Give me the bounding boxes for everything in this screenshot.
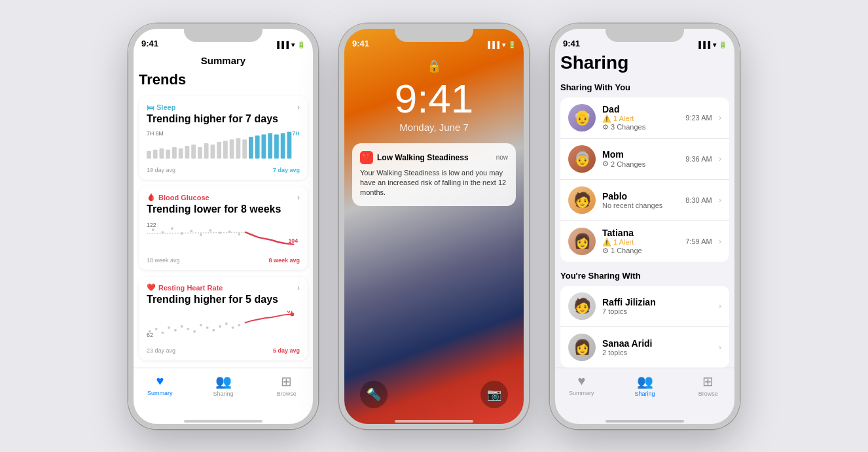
home-indicator-2 <box>339 413 529 429</box>
sharing-row-dad[interactable]: 👴 Dad ⚠️ 1 Alert ⚙ 3 Changes 9:23 AM › <box>560 97 729 139</box>
svg-rect-10 <box>211 145 215 158</box>
notification-card[interactable]: ❤️ Low Walking Steadiness now Your Walki… <box>352 143 516 206</box>
sleep-headline: Trending higher for 7 days <box>147 113 300 125</box>
svg-rect-0 <box>147 150 151 158</box>
sleep-chevron-icon: › <box>297 103 300 112</box>
tab-summary-3[interactable]: ♥ Summary <box>550 374 613 396</box>
sharing-name-mom: Mom <box>602 149 679 160</box>
svg-point-27 <box>161 231 164 234</box>
svg-rect-20 <box>274 134 279 158</box>
hr-left-sub: 23 day avg <box>147 347 175 354</box>
svg-rect-7 <box>191 145 196 158</box>
svg-point-39 <box>155 327 158 330</box>
svg-point-50 <box>225 322 228 325</box>
tab-summary-1[interactable]: ♥ Summary <box>128 374 192 396</box>
lock-time: 9:41 <box>395 78 474 119</box>
sharing-info-dad: Dad ⚠️ 1 Alert ⚙ 3 Changes <box>602 104 679 131</box>
youre-sharing-row-raffi[interactable]: 🧑 Raffi Jilizian 7 topics › <box>560 286 729 327</box>
svg-rect-19 <box>268 133 272 158</box>
camera-button[interactable]: 📷 <box>480 381 508 408</box>
phone-lockscreen: 9:41 ▐▐▐ ▾ 🔋 🔒 9:41 Monday, June 7 ❤️ Lo… <box>339 24 529 429</box>
svg-rect-5 <box>179 148 183 158</box>
sharing-row-mom[interactable]: 👵 Mom ⚙ 2 Changes 9:36 AM › <box>560 139 729 180</box>
home-indicator-1 <box>128 413 318 429</box>
sleep-chart-labels: 19 day avg 7 day avg <box>147 167 300 173</box>
tab-summary-label: Summary <box>147 390 173 396</box>
svg-rect-14 <box>236 138 241 158</box>
tab-sharing-1[interactable]: 👥 Sharing <box>192 374 255 397</box>
trend-card-heartrate[interactable]: ❤️ Resting Heart Rate › Trending higher … <box>139 277 308 360</box>
flashlight-button[interactable]: 🔦 <box>360 381 388 408</box>
trend-category-glucose: 🩸 Blood Glucose <box>147 193 209 201</box>
trend-card-glucose-header: 🩸 Blood Glucose › <box>147 193 300 202</box>
gear-icon-dad: ⚙ <box>602 123 609 131</box>
tab-sharing-icon-3: 👥 <box>637 374 653 389</box>
svg-point-44 <box>187 327 189 330</box>
svg-rect-15 <box>242 139 247 158</box>
hr-chart: 67 62 <box>147 311 300 345</box>
lockscreen-bottom: 🔦 📷 <box>339 373 529 413</box>
youre-sharing-info-raffi: Raffi Jilizian 7 topics <box>602 297 712 315</box>
avatar-sanaa: 👩 <box>568 334 596 361</box>
svg-point-31 <box>200 234 202 236</box>
phone-sharing: 9:41 ▐▐▐ ▾ 🔋 Sharing Sharing With You 👴 … <box>550 24 740 429</box>
notif-body: Your Walking Steadiness is low and you m… <box>360 168 508 198</box>
svg-point-30 <box>190 230 192 232</box>
sharing-changes-tatiana: ⚙ 1 Change <box>602 247 679 255</box>
alert-icon-tatiana: ⚠️ 1 Alert <box>602 238 634 247</box>
svg-rect-16 <box>249 137 253 158</box>
sharing-time-dad: 9:23 AM <box>685 114 712 122</box>
gear-icon-tatiana: ⚙ <box>602 247 609 255</box>
tab-browse-label: Browse <box>277 391 297 397</box>
sharing-row-tatiana[interactable]: 👩 Tatiana ⚠️ 1 Alert ⚙ 1 Change 7:59 AM … <box>560 221 729 262</box>
status-icons-1: ▐▐▐ ▾ 🔋 <box>275 41 305 48</box>
tab-summary-icon: ♥ <box>156 374 164 389</box>
svg-text:67: 67 <box>287 311 294 314</box>
notch <box>184 24 262 42</box>
youre-sharing-list: 🧑 Raffi Jilizian 7 topics › 👩 Sanaa Arid… <box>560 286 729 368</box>
glucose-left-sub: 18 week avg <box>147 257 180 264</box>
tab-browse-3[interactable]: ⊞ Browse <box>676 374 740 397</box>
notif-title: Low Walking Steadiness <box>377 153 492 162</box>
svg-point-26 <box>152 228 154 231</box>
tab-browse-label-3: Browse <box>698 391 718 397</box>
svg-text:62: 62 <box>147 331 153 338</box>
trend-card-glucose[interactable]: 🩸 Blood Glucose › Trending lower for 8 w… <box>139 186 308 270</box>
trend-category-hr: ❤️ Resting Heart Rate <box>147 283 223 292</box>
tab-browse-icon: ⊞ <box>281 374 292 389</box>
home-bar-3 <box>606 420 684 423</box>
tab-sharing-3[interactable]: 👥 Sharing <box>613 374 677 397</box>
svg-rect-13 <box>230 139 234 158</box>
flashlight-icon: 🔦 <box>367 387 381 402</box>
trend-card-hr-header: ❤️ Resting Heart Rate › <box>147 283 300 292</box>
gear-icon-mom: ⚙ <box>602 160 609 168</box>
camera-icon: 📷 <box>487 387 501 402</box>
sharing-sub-dad: ⚠️ 1 Alert <box>602 114 679 123</box>
svg-text:104: 104 <box>288 237 298 243</box>
sharing-name-dad: Dad <box>602 104 679 114</box>
phone-summary: 9:41 ▐▐▐ ▾ 🔋 Summary Trends 🛏 Sleep › Tr… <box>128 24 318 429</box>
notch-3 <box>606 24 684 42</box>
tab-summary-label-3: Summary <box>569 390 594 396</box>
chevron-icon-sanaa: › <box>719 342 721 352</box>
battery-icon-2: 🔋 <box>508 41 516 48</box>
sharing-time-pablo: 8:30 AM <box>685 196 712 204</box>
sharing-changes-dad: ⚙ 3 Changes <box>602 123 679 131</box>
trend-card-sleep[interactable]: 🛏 Sleep › Trending higher for 7 days <box>139 96 308 180</box>
hr-chart-svg: 67 62 <box>147 311 300 339</box>
sharing-row-pablo[interactable]: 🧑 Pablo No recent changes 8:30 AM › <box>560 180 729 221</box>
sharing-time-tatiana: 7:59 AM <box>685 237 712 245</box>
signal-icon-3: ▐▐▐ <box>696 41 710 48</box>
svg-rect-4 <box>172 147 177 158</box>
svg-rect-12 <box>223 141 228 158</box>
tab-sharing-label: Sharing <box>213 391 233 397</box>
status-icons-2: ▐▐▐ ▾ 🔋 <box>486 41 516 48</box>
hr-right-sub: 5 day avg <box>273 347 300 354</box>
svg-rect-22 <box>287 131 292 158</box>
tab-browse-1[interactable]: ⊞ Browse <box>255 374 318 397</box>
sharing-with-you-list: 👴 Dad ⚠️ 1 Alert ⚙ 3 Changes 9:23 AM › 👵 <box>560 97 729 262</box>
youre-sharing-row-sanaa[interactable]: 👩 Sanaa Aridi 2 topics › <box>560 327 729 368</box>
avatar-raffi: 🧑 <box>568 292 596 320</box>
svg-rect-21 <box>281 133 285 158</box>
sleep-chart: 7H 52M 7H 6M <box>147 130 300 164</box>
